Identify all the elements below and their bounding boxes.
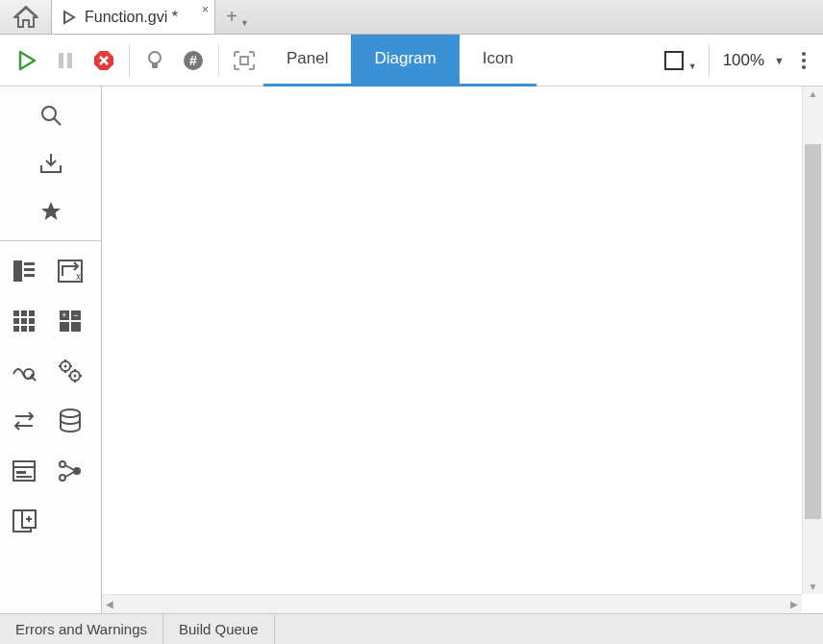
svg-point-10 — [802, 59, 806, 62]
datatype-icon — [12, 259, 37, 284]
palette-math[interactable]: +− — [56, 307, 85, 335]
svg-rect-20 — [13, 310, 19, 316]
svg-rect-31 — [60, 322, 69, 332]
svg-rect-45 — [16, 476, 32, 478]
svg-rect-21 — [21, 310, 27, 316]
scroll-right-icon: ▶ — [790, 599, 798, 609]
run-icon — [16, 50, 37, 71]
zoom-dropdown[interactable]: 100% ▼ — [715, 51, 792, 70]
icon-tab-label: Icon — [483, 49, 513, 68]
vertical-scrollbar[interactable]: ▲ ▼ — [802, 87, 823, 594]
svg-rect-14 — [13, 260, 22, 282]
graph-icon — [58, 459, 83, 483]
stop-button[interactable] — [85, 41, 123, 80]
math-icon: +− — [58, 309, 83, 334]
close-tab-button[interactable]: × — [202, 3, 209, 16]
svg-line-36 — [32, 377, 36, 381]
svg-point-9 — [802, 52, 806, 56]
window-icon — [12, 459, 37, 483]
retain-wires-button[interactable]: # — [174, 41, 212, 80]
palette-program-flow[interactable]: x — [56, 257, 85, 285]
palette-ui[interactable] — [10, 457, 38, 485]
scroll-left-icon: ◀ — [106, 599, 113, 609]
svg-point-47 — [60, 475, 65, 481]
capture-button[interactable] — [225, 41, 263, 80]
palette-array[interactable] — [10, 307, 38, 335]
svg-point-12 — [42, 107, 56, 120]
swap-icon — [12, 410, 37, 432]
svg-line-13 — [54, 118, 61, 125]
palette-analysis[interactable] — [10, 357, 38, 385]
palette-storage[interactable] — [56, 407, 85, 435]
tool-strip — [0, 87, 101, 241]
svg-rect-25 — [29, 318, 35, 324]
highlight-button[interactable] — [136, 41, 174, 80]
chevron-down-icon: ▼ — [774, 55, 785, 66]
svg-rect-44 — [16, 471, 26, 474]
svg-point-3 — [149, 52, 161, 63]
svg-rect-7 — [240, 57, 248, 64]
canvas-area: ▲ ▼ ◀ ▶ — [102, 87, 823, 613]
svg-line-49 — [65, 465, 74, 470]
stop-icon — [93, 50, 114, 71]
palette-data-types[interactable] — [10, 257, 38, 285]
home-tab[interactable] — [0, 0, 52, 34]
build-queue-pane[interactable]: Build Queue — [163, 614, 275, 644]
build-queue-label: Build Queue — [179, 621, 259, 637]
new-tab-button[interactable]: + ▼ — [215, 0, 260, 34]
separator — [129, 44, 130, 77]
grid-icon — [12, 310, 36, 333]
analysis-icon — [12, 359, 37, 384]
chevron-down-icon: ▼ — [688, 62, 697, 71]
diagram-canvas[interactable] — [102, 87, 802, 594]
search-button[interactable] — [39, 104, 62, 127]
svg-rect-27 — [21, 326, 27, 332]
svg-rect-23 — [13, 318, 19, 324]
icon-tab[interactable]: Icon — [460, 35, 536, 87]
svg-rect-4 — [152, 63, 158, 68]
svg-point-48 — [73, 467, 81, 475]
file-tab-label: Function.gvi * — [85, 9, 178, 26]
gears-icon — [58, 359, 83, 384]
addon-icon — [12, 508, 37, 533]
errors-pane[interactable]: Errors and Warnings — [0, 614, 163, 644]
svg-rect-32 — [71, 322, 81, 332]
home-icon — [13, 6, 38, 29]
plus-icon: + — [226, 6, 237, 28]
palette-comparison[interactable] — [10, 407, 38, 435]
flow-icon: x — [57, 259, 84, 284]
svg-rect-16 — [24, 268, 35, 271]
pause-icon — [56, 51, 75, 70]
scroll-up-icon: ▲ — [803, 88, 823, 99]
svg-text:x: x — [76, 271, 81, 282]
more-menu-button[interactable] — [792, 51, 815, 70]
status-bar: Errors and Warnings Build Queue — [0, 613, 823, 644]
file-tab[interactable]: Function.gvi * × — [52, 0, 215, 34]
svg-rect-17 — [24, 274, 35, 277]
svg-rect-15 — [24, 262, 35, 265]
left-palette: x +− — [0, 87, 102, 613]
run-button[interactable] — [8, 41, 46, 80]
svg-point-40 — [74, 375, 77, 378]
svg-text:#: # — [189, 53, 197, 68]
hash-icon: # — [183, 50, 204, 71]
palette-hardware[interactable] — [56, 357, 85, 385]
horizontal-scrollbar[interactable]: ◀ ▶ — [102, 594, 802, 613]
svg-rect-8 — [665, 52, 683, 69]
download-icon — [38, 152, 63, 175]
download-button[interactable] — [38, 152, 63, 175]
database-icon — [59, 409, 82, 433]
svg-rect-22 — [29, 310, 35, 316]
connector-pane-button[interactable]: ▼ — [658, 50, 703, 71]
svg-rect-26 — [13, 326, 19, 332]
scroll-thumb[interactable] — [805, 144, 821, 519]
pause-button[interactable] — [46, 41, 85, 80]
favorites-button[interactable] — [39, 200, 62, 223]
panel-tab[interactable]: Panel — [263, 35, 351, 87]
view-tabs: Panel Diagram Icon — [263, 35, 536, 87]
palette-connectivity[interactable] — [56, 457, 85, 485]
scan-icon — [233, 50, 256, 71]
scroll-down-icon: ▼ — [803, 582, 823, 592]
diagram-tab[interactable]: Diagram — [351, 35, 459, 87]
palette-addon[interactable] — [10, 507, 38, 535]
